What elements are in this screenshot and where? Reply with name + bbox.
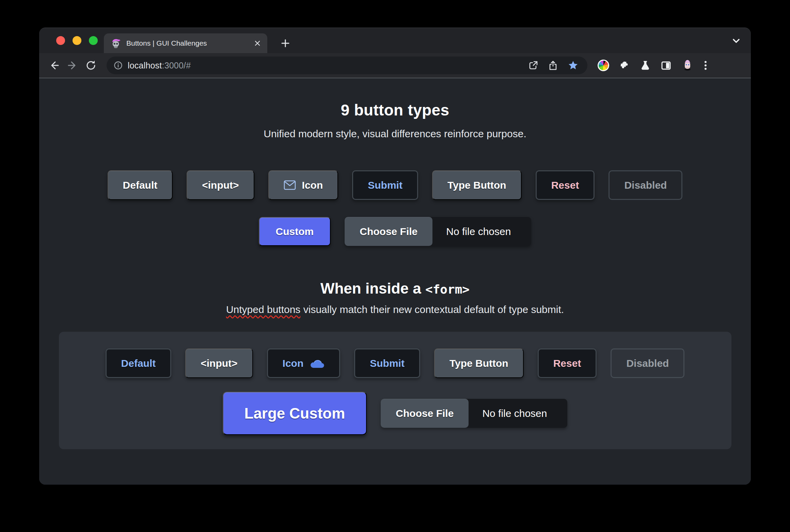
form-type-button-button[interactable]: Type Button	[434, 348, 524, 378]
file-input: Choose File No file chosen	[345, 217, 531, 246]
side-panel-icon[interactable]	[661, 60, 672, 71]
tab-strip: Buttons | GUI Challenges	[39, 28, 751, 53]
extensions-puzzle-icon[interactable]	[619, 60, 630, 71]
disabled-button: Disabled	[609, 170, 682, 200]
url-path: :3000/#	[162, 61, 191, 70]
file-status-text: No file chosen	[432, 226, 531, 237]
large-custom-button[interactable]: Large Custom	[223, 392, 367, 435]
form-default-button[interactable]: Default	[106, 348, 172, 378]
type-button-button[interactable]: Type Button	[432, 170, 522, 200]
form-code-text: <form>	[425, 282, 470, 296]
default-button[interactable]: Default	[108, 170, 173, 200]
window-zoom-button[interactable]	[89, 36, 98, 45]
cloud-icon	[310, 358, 325, 369]
form-submit-button[interactable]: Submit	[354, 348, 420, 378]
form-panel: Default <input> Icon Submit Type Button …	[59, 332, 731, 449]
button-row-2: Custom Choose File No file chosen	[39, 217, 751, 246]
favicon-skull-icon	[111, 38, 121, 48]
plus-icon	[280, 38, 290, 48]
tab-close-icon[interactable]	[254, 40, 261, 47]
new-tab-button[interactable]	[278, 35, 293, 51]
open-in-new-icon[interactable]	[528, 60, 538, 71]
window-minimize-button[interactable]	[73, 36, 81, 45]
choose-file-button[interactable]: Choose File	[345, 217, 432, 246]
extensions-cluster	[598, 59, 708, 72]
page-subtitle: Unified modern style, visual differences…	[39, 128, 751, 140]
color-wheel-extension-icon[interactable]	[598, 60, 609, 71]
menu-dots-icon[interactable]	[704, 59, 708, 72]
url-host: localhost	[128, 61, 162, 70]
reset-button[interactable]: Reset	[536, 170, 595, 200]
form-section-subtitle: Untyped buttons visually match their new…	[39, 304, 751, 315]
form-section-title: When inside a <form>	[39, 280, 751, 297]
window-controls	[56, 36, 98, 45]
window-close-button[interactable]	[56, 36, 65, 45]
input-element-button[interactable]: <input>	[187, 170, 254, 200]
experiments-flask-icon[interactable]	[640, 60, 651, 71]
submit-button[interactable]: Submit	[352, 170, 418, 200]
custom-button[interactable]: Custom	[259, 217, 331, 246]
share-icon[interactable]	[548, 60, 558, 71]
profile-avatar[interactable]	[681, 59, 694, 72]
form-button-row-2: Large Custom Choose File No file chosen	[59, 392, 731, 435]
form-file-status-text: No file chosen	[469, 408, 567, 419]
reload-icon[interactable]	[83, 58, 98, 73]
back-icon[interactable]	[47, 58, 62, 73]
tab-search-chevron-icon[interactable]	[730, 35, 742, 47]
form-reset-button[interactable]: Reset	[538, 348, 597, 378]
form-disabled-button: Disabled	[611, 348, 684, 378]
address-bar[interactable]: localhost:3000/#	[107, 57, 587, 74]
url-text[interactable]: localhost:3000/#	[128, 61, 191, 71]
browser-toolbar: localhost:3000/#	[39, 53, 751, 78]
mail-icon	[284, 180, 296, 190]
form-input-element-button[interactable]: <input>	[185, 348, 253, 378]
bookmark-star-icon[interactable]	[568, 60, 579, 71]
page-content: 9 button types Unified modern style, vis…	[39, 78, 751, 485]
misspelled-text: Untyped buttons	[226, 304, 300, 315]
form-choose-file-button[interactable]: Choose File	[381, 399, 469, 428]
browser-window: Buttons | GUI Challenges	[39, 28, 751, 485]
form-button-row-1: Default <input> Icon Submit Type Button …	[59, 348, 731, 378]
page-title: 9 button types	[39, 101, 751, 119]
browser-tab[interactable]: Buttons | GUI Challenges	[104, 33, 267, 53]
button-row-1: Default <input> Icon Submit Type Button …	[39, 170, 751, 200]
site-info-icon[interactable]	[113, 61, 123, 70]
tab-title: Buttons | GUI Challenges	[126, 39, 254, 47]
form-icon-button[interactable]: Icon	[267, 348, 341, 378]
form-file-input: Choose File No file chosen	[381, 399, 567, 428]
icon-button[interactable]: Icon	[268, 170, 338, 200]
forward-icon[interactable]	[65, 58, 80, 73]
